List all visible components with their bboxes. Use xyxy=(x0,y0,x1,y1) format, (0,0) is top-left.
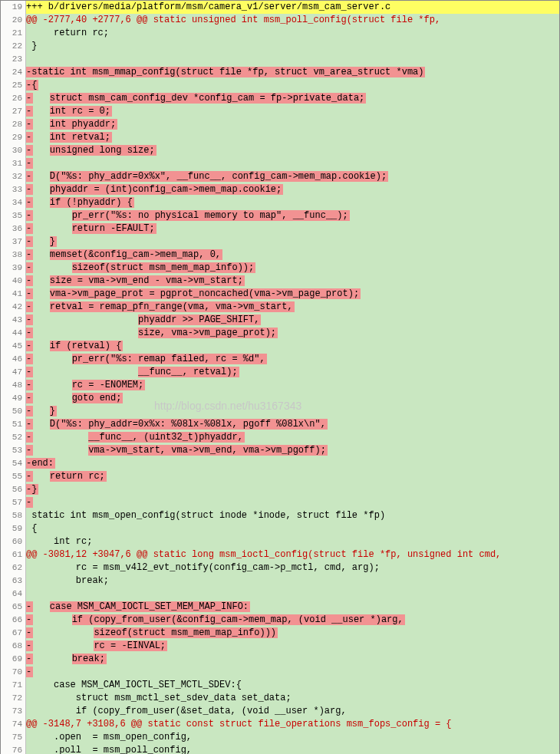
code-segment xyxy=(33,132,50,143)
code-line: 43- phyaddr >> PAGE_SHIFT, xyxy=(1,314,559,327)
code-content: - case MSM_CAM_IOCTL_SET_MEM_MAP_INFO: xyxy=(26,601,559,614)
code-segment: - xyxy=(26,210,33,221)
code-content: - } xyxy=(26,405,559,418)
code-content: - int retval; xyxy=(26,131,559,144)
code-line: 41- vma->vm_page_prot = pgprot_noncached… xyxy=(1,288,559,301)
code-segment: static int msm_open_config(struct inode … xyxy=(26,510,385,521)
code-content: static int msm_open_config(struct inode … xyxy=(26,509,559,522)
line-number: 47 xyxy=(1,366,26,379)
code-segment: - xyxy=(26,406,33,417)
code-line: 36- return -EFAULT; xyxy=(1,222,559,235)
code-line: 62 rc = msm_v4l2_evt_notify(config_cam->… xyxy=(1,561,559,575)
line-number: 26 xyxy=(1,92,26,105)
code-segment xyxy=(33,601,50,612)
code-segment: - xyxy=(26,301,33,312)
code-segment: -end: xyxy=(26,458,55,469)
code-segment: break; xyxy=(26,575,109,586)
code-segment: unsigned long size; xyxy=(50,145,156,156)
code-line: 67- sizeof(struct msm_mem_map_info))) xyxy=(1,627,559,640)
code-segment: int retval; xyxy=(50,132,112,143)
code-segment: - xyxy=(26,158,33,169)
code-content: - xyxy=(26,157,559,170)
line-number: 31 xyxy=(1,157,26,170)
code-segment xyxy=(33,119,50,130)
code-segment xyxy=(33,640,94,651)
code-segment: } xyxy=(26,41,37,51)
code-line: 75 .open = msm_open_config, xyxy=(1,731,559,744)
code-segment: - xyxy=(26,380,33,390)
code-segment: - xyxy=(26,106,33,117)
code-segment: - xyxy=(26,432,33,443)
code-line: 47- __func__, retval); xyxy=(1,366,559,379)
code-segment: rc = -ENOMEM; xyxy=(72,380,146,390)
code-segment xyxy=(33,406,50,417)
code-segment: -static int msm_mmap_config(struct file … xyxy=(26,67,425,77)
code-line: 66- if (copy_from_user(&config_cam->mem_… xyxy=(1,614,559,627)
line-number: 42 xyxy=(1,301,26,314)
code-content: - D("%s: phy_addr=0x%x: %08lx-%08lx, pgo… xyxy=(26,418,559,431)
code-segment: - xyxy=(26,314,33,325)
code-content: - size, vma->vm_page_prot); xyxy=(26,327,559,340)
line-number: 40 xyxy=(1,275,26,288)
line-number: 58 xyxy=(1,509,26,522)
code-segment: - xyxy=(26,393,33,403)
code-segment: - xyxy=(26,249,33,260)
line-number: 37 xyxy=(1,235,26,249)
code-segment xyxy=(33,197,50,208)
code-segment xyxy=(33,210,71,221)
code-content: - vma->vm_page_prot = pgprot_noncached(v… xyxy=(26,288,559,301)
code-segment xyxy=(33,341,50,351)
code-segment: retval = remap_pfn_range(vma, vma->vm_st… xyxy=(50,301,295,312)
code-segment: - xyxy=(26,236,33,247)
code-segment: pr_err("%s: no physical memory to map", … xyxy=(72,210,350,221)
line-number: 65 xyxy=(1,601,26,614)
code-segment: @@ -2777,40 +2777,6 @@ static unsigned i… xyxy=(26,15,440,25)
code-content: - if (retval) { xyxy=(26,340,559,353)
code-content: -end: xyxy=(26,457,559,470)
code-line: 59 { xyxy=(1,522,559,535)
code-segment: phyaddr >> PAGE_SHIFT, xyxy=(138,314,261,325)
line-number: 57 xyxy=(1,496,26,509)
line-number: 73 xyxy=(1,705,26,718)
line-number: 71 xyxy=(1,679,26,692)
code-line: 51- D("%s: phy_addr=0x%x: %08lx-%08lx, p… xyxy=(1,418,559,431)
code-line: 24-static int msm_mmap_config(struct fil… xyxy=(1,66,559,79)
code-line: 64 xyxy=(1,588,559,601)
code-line: 63 break; xyxy=(1,575,559,588)
code-segment: - xyxy=(26,93,33,104)
code-line: 58 static int msm_open_config(struct ino… xyxy=(1,509,559,522)
code-line: 52- __func__, (uint32_t)phyaddr, xyxy=(1,431,559,444)
line-number: 19 xyxy=(1,1,26,14)
code-line: 38- memset(&config_cam->mem_map, 0, xyxy=(1,249,559,262)
line-number: 44 xyxy=(1,327,26,340)
code-line: 23 xyxy=(1,53,559,66)
line-number: 21 xyxy=(1,27,26,40)
line-number: 46 xyxy=(1,353,26,366)
code-segment: - xyxy=(26,341,33,351)
line-number: 41 xyxy=(1,288,26,301)
code-line: 76 .poll = msm_poll_config, xyxy=(1,744,559,754)
code-segment: return rc; xyxy=(26,28,109,38)
code-content: .poll = msm_poll_config, xyxy=(26,744,559,754)
code-segment: - xyxy=(26,288,33,299)
code-segment xyxy=(33,471,50,482)
code-line: 35- pr_err("%s: no physical memory to ma… xyxy=(1,209,559,222)
code-content: @@ -2777,40 +2777,6 @@ static unsigned i… xyxy=(26,14,559,27)
code-content: - return -EFAULT; xyxy=(26,222,559,235)
line-number: 70 xyxy=(1,666,26,679)
code-line: 40- size = vma->vm_end - vma->vm_start; xyxy=(1,275,559,288)
code-segment: int rc; xyxy=(26,536,92,547)
code-segment: D("%s: phy_addr=0x%x", __func__, config_… xyxy=(50,171,388,182)
line-number: 39 xyxy=(1,262,26,275)
line-number: 49 xyxy=(1,392,26,405)
code-segment xyxy=(33,354,71,364)
line-number: 33 xyxy=(1,183,26,196)
code-line: 19+++ b/drivers/media/platform/msm/camer… xyxy=(1,1,559,14)
code-segment: case MSM_CAM_IOCTL_SET_MEM_MAP_INFO: xyxy=(50,601,250,612)
diff-view: http://blog.csdn.net/hu3167343 19+++ b/d… xyxy=(0,0,560,754)
code-line: 25-{ xyxy=(1,79,559,92)
code-segment: if (retval) { xyxy=(50,341,124,351)
code-segment: } xyxy=(50,236,57,247)
code-segment: - xyxy=(26,197,33,208)
code-segment: - xyxy=(26,419,33,430)
